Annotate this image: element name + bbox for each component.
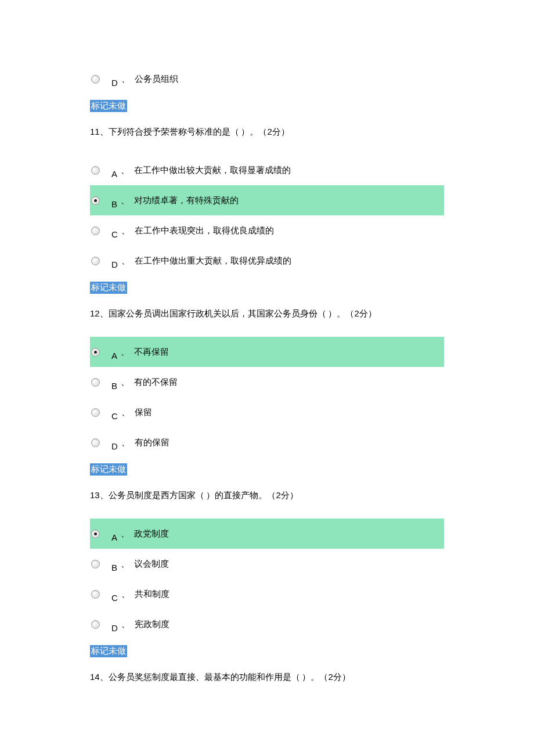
- option-letter: B: [111, 381, 117, 391]
- option-text: 对功绩卓著，有特殊贡献的: [134, 195, 239, 206]
- option-text: 不再保留: [134, 347, 169, 358]
- radio-icon[interactable]: [91, 166, 100, 175]
- radio-icon[interactable]: [91, 408, 100, 417]
- radio-icon[interactable]: [91, 378, 100, 387]
- question-number: 14: [90, 672, 100, 682]
- radio-icon[interactable]: [91, 196, 100, 205]
- radio-icon[interactable]: [91, 438, 100, 447]
- points-number: 2: [354, 308, 359, 318]
- question-stem: 12、国家公务员调出国家行政机关以后，其国家公务员身份（ ）。（2分）: [90, 307, 444, 321]
- option-text: 在工作中做出较大贡献，取得显著成绩的: [134, 165, 291, 176]
- option-letter: B: [111, 563, 117, 573]
- q11-options: A 、 在工作中做出较大贡献，取得显著成绩的 B 、 对功绩卓著，有特殊贡献的 …: [90, 155, 444, 276]
- option-letter: D: [111, 78, 118, 88]
- points-number: 2: [328, 672, 333, 682]
- page: D 、 公务员组织 标记未做 11、下列符合授予荣誉称号标准的是（ ）。（2分）…: [0, 0, 534, 719]
- option-row[interactable]: D 、 有的保留: [90, 427, 444, 458]
- option-letter: C: [111, 593, 118, 603]
- radio-icon[interactable]: [91, 620, 100, 629]
- question-text: 公务员奖惩制度最直接、最基本的功能和作用是（ ）。: [109, 672, 320, 682]
- option-text: 共和制度: [135, 589, 169, 600]
- option-text: 有的不保留: [134, 377, 178, 388]
- question-stem: 13、公务员制度是西方国家（ ）的直接产物。（2分）: [90, 488, 444, 502]
- option-text: 在工作中表现突出，取得优良成绩的: [135, 225, 274, 236]
- option-row[interactable]: A 、 不再保留: [90, 337, 444, 367]
- option-text: 有的保留: [135, 437, 169, 448]
- question-text: 下列符合授予荣誉称号标准的是（ ）。: [109, 127, 259, 136]
- question-number: 11: [90, 127, 100, 136]
- option-text: 保留: [135, 407, 152, 418]
- option-row[interactable]: B 、 对功绩卓著，有特殊贡献的: [90, 185, 444, 215]
- radio-icon[interactable]: [91, 226, 100, 235]
- option-text: 宪政制度: [135, 619, 169, 630]
- option-letter: C: [111, 229, 118, 240]
- mark-not-done-link[interactable]: 标记未做: [90, 463, 127, 476]
- question-text: 公务员制度是西方国家（ ）的直接产物。: [109, 491, 268, 500]
- option-text: 在工作中做出重大贡献，取得优异成绩的: [135, 255, 291, 267]
- option-row[interactable]: C 、 保留: [90, 397, 444, 427]
- points-number: 2: [267, 127, 272, 136]
- option-row[interactable]: A 、 政党制度: [90, 519, 444, 549]
- points-number: 2: [276, 490, 280, 500]
- radio-icon[interactable]: [91, 257, 100, 265]
- mark-not-done-link[interactable]: 标记未做: [90, 645, 127, 657]
- option-row[interactable]: C 、 共和制度: [90, 579, 444, 609]
- question-stem: 11、下列符合授予荣誉称号标准的是（ ）。（2分）: [90, 125, 444, 139]
- q10-options-remainder: D 、 公务员组织: [90, 64, 444, 94]
- q13-options: A 、 政党制度 B 、 议会制度 C 、 共和制度 D 、 宪政制度: [90, 519, 444, 639]
- option-text: 议会制度: [134, 559, 169, 570]
- radio-icon[interactable]: [91, 560, 100, 568]
- option-row[interactable]: B 、 议会制度: [90, 549, 444, 579]
- option-letter: D: [111, 623, 118, 633]
- option-letter: C: [111, 411, 118, 422]
- radio-icon[interactable]: [91, 348, 100, 357]
- option-row[interactable]: B 、 有的不保留: [90, 367, 444, 397]
- q12-options: A 、 不再保留 B 、 有的不保留 C 、 保留 D 、 有的保留: [90, 337, 444, 458]
- option-letter: B: [111, 199, 117, 210]
- question-stem: 14、公务员奖惩制度最直接、最基本的功能和作用是（ ）。（2分）: [90, 670, 444, 684]
- option-text: 政党制度: [134, 528, 169, 539]
- radio-icon[interactable]: [91, 590, 100, 599]
- option-letter: D: [111, 260, 118, 270]
- option-text: 公务员组织: [135, 74, 178, 85]
- option-row[interactable]: C 、 在工作中表现突出，取得优良成绩的: [90, 215, 444, 246]
- question-number: 13: [90, 490, 100, 500]
- option-letter: D: [111, 441, 118, 452]
- option-letter: A: [111, 351, 117, 361]
- question-number: 12: [90, 308, 100, 318]
- mark-not-done-link[interactable]: 标记未做: [90, 282, 127, 294]
- option-letter: A: [111, 169, 117, 179]
- option-row[interactable]: D 、 公务员组织: [90, 64, 444, 94]
- option-letter: A: [111, 532, 117, 543]
- radio-icon[interactable]: [91, 530, 100, 538]
- separator: 、: [121, 74, 130, 85]
- option-row[interactable]: D 、 宪政制度: [90, 609, 444, 639]
- radio-icon[interactable]: [91, 75, 100, 84]
- question-text: 国家公务员调出国家行政机关以后，其国家公务员身份（ ）。: [109, 309, 346, 318]
- option-row[interactable]: D 、 在工作中做出重大贡献，取得优异成绩的: [90, 246, 444, 276]
- option-row[interactable]: A 、 在工作中做出较大贡献，取得显著成绩的: [90, 155, 444, 185]
- mark-not-done-link[interactable]: 标记未做: [90, 100, 127, 112]
